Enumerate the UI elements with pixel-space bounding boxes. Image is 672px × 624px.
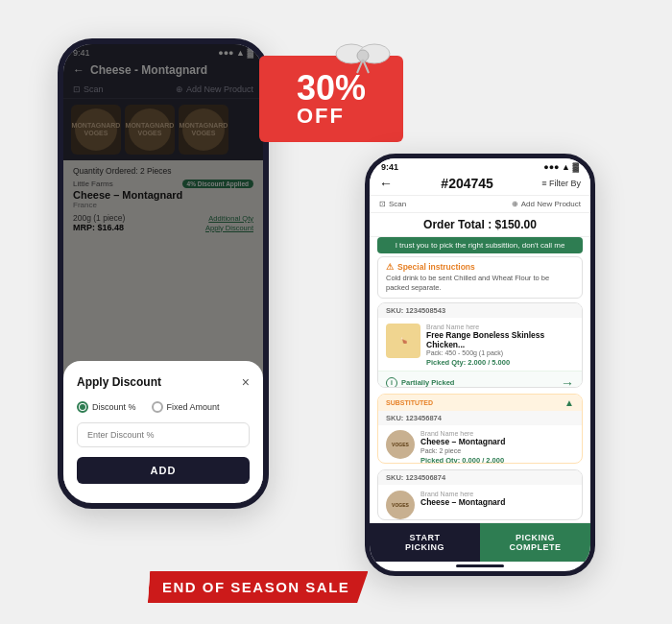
- apply-discount-modal-overlay: Apply Discount × Discount % Fixed Amount…: [63, 44, 263, 503]
- start-picking-button[interactable]: STARTPICKING: [370, 523, 480, 562]
- discount-percent-option[interactable]: Discount %: [77, 401, 136, 413]
- left-phone: 9:41 ●●● ▲ ▓ ← Cheese - Montagnard ⊡ Sca…: [58, 38, 269, 509]
- add-discount-button[interactable]: ADD: [77, 457, 250, 484]
- order-number: #204745: [441, 176, 493, 191]
- apply-discount-modal: Apply Discount × Discount % Fixed Amount…: [63, 361, 263, 503]
- substituted-header: Substituted ▲: [378, 395, 582, 411]
- order-total-bar: Order Total : $150.00: [370, 213, 590, 237]
- si-text: Cold drink to be sent Chilled and Wheat …: [386, 274, 574, 293]
- modal-title: Apply Discount: [77, 375, 161, 389]
- radio-group: Discount % Fixed Amount: [77, 401, 250, 413]
- main-product-sku: SKU: 1234508543: [378, 303, 582, 318]
- discount-input[interactable]: [77, 422, 250, 447]
- right-phone-status-bar: 9:41 ●●● ▲ ▓: [370, 158, 590, 174]
- end-season-text: END OF SEASON SALE: [162, 579, 349, 595]
- sub-brand-name: Brand Name here: [420, 430, 574, 437]
- discount-percent-radio[interactable]: [77, 401, 88, 413]
- main-product-details: Brand Name here Free Range Boneless Skin…: [426, 324, 574, 367]
- back-arrow-right[interactable]: ←: [379, 176, 393, 191]
- order-total-text: Order Total : $150.00: [423, 218, 537, 231]
- home-indicator-right: [456, 564, 504, 567]
- substituted-sku: SKU: 123456874: [378, 411, 582, 425]
- sub-picked-qty: Picked Qty: 0.000 / 2.000: [420, 456, 574, 465]
- scan-icon-right: ⊡: [379, 200, 386, 208]
- trust-note: I trust you to pick the right subsittion…: [377, 237, 583, 253]
- end-season-sale-banner: END OF SEASON SALE: [148, 571, 369, 603]
- sub-pack-info: Pack: 2 piece: [420, 447, 574, 454]
- main-product-body: 🍗 Brand Name here Free Range Boneless Sk…: [378, 318, 582, 371]
- ribbon-bow-icon: [334, 38, 392, 77]
- sub-product-thumb: VOGES: [386, 430, 415, 459]
- substituted-card: Substituted ▲ SKU: 123456874 VOGES Brand…: [377, 394, 583, 464]
- time-right: 9:41: [381, 162, 398, 172]
- info-icon: i: [386, 377, 397, 388]
- discount-percent-label: Discount %: [92, 402, 136, 412]
- fixed-amount-radio[interactable]: [152, 401, 163, 413]
- modal-header: Apply Discount ×: [77, 374, 250, 390]
- main-product-name: Free Range Boneless Skinless Chicken...: [426, 330, 574, 349]
- si-label: Special instructions: [397, 262, 475, 272]
- bottom-actions: STARTPICKING PICKINGCOMPLETE: [370, 522, 590, 562]
- special-instructions: ⚠ Special instructions Cold drink to be …: [377, 256, 583, 299]
- main-product-card: SKU: 1234508543 🍗 Brand Name here Free R…: [377, 302, 583, 389]
- add-product-btn-right[interactable]: ⊕ Add New Product: [512, 200, 581, 208]
- main-picked-qty: Picked Qty: 2.000 / 5.000: [426, 358, 574, 367]
- warning-icon: ⚠: [386, 262, 394, 272]
- main-brand-name: Brand Name here: [426, 324, 574, 330]
- picking-complete-button[interactable]: PICKINGCOMPLETE: [480, 523, 590, 562]
- main-pack-info: Pack: 450 - 500g (1 pack): [426, 349, 574, 356]
- second-sku-body: VOGES Brand Name here Cheese – Montagnar…: [378, 485, 582, 520]
- right-phone-nav: ← #204745 ≡ Filter By: [370, 174, 590, 196]
- second-sku-name: Cheese – Montagnard: [420, 497, 574, 507]
- partial-pick-arrow-icon[interactable]: →: [561, 375, 574, 388]
- battery-right: ●●● ▲ ▓: [543, 162, 579, 172]
- scroll-content: SKU: 1234508543 🍗 Brand Name here Free R…: [370, 302, 590, 523]
- main-product-thumb: 🍗: [386, 324, 420, 358]
- second-sku-card: SKU: 1234506874 VOGES Brand Name here Ch…: [377, 469, 583, 520]
- second-sku-thumb: VOGES: [386, 491, 415, 519]
- scan-btn-right[interactable]: ⊡ Scan: [379, 200, 406, 208]
- filter-by-button[interactable]: ≡ Filter By: [541, 179, 581, 188]
- right-phone: 9:41 ●●● ▲ ▓ ← #204745 ≡ Filter By ⊡ Sca…: [365, 154, 595, 576]
- plus-icon-right: ⊕: [512, 200, 518, 208]
- right-action-bar: ⊡ Scan ⊕ Add New Product: [370, 196, 590, 213]
- modal-close-button[interactable]: ×: [242, 374, 250, 390]
- fixed-amount-label: Fixed Amount: [167, 402, 220, 412]
- partial-pick-label: Partially Picked: [401, 378, 454, 387]
- chevron-up-icon[interactable]: ▲: [564, 397, 574, 408]
- sub-product-name: Cheese – Montagnard: [420, 437, 574, 446]
- fixed-amount-option[interactable]: Fixed Amount: [152, 401, 220, 413]
- substituted-label: Substituted: [386, 399, 433, 406]
- sale-off: OFF: [297, 106, 345, 127]
- substituted-body: VOGES Brand Name here Cheese – Montagnar…: [378, 425, 582, 464]
- second-sku-label: SKU: 1234506874: [378, 470, 582, 485]
- second-sku-brand: Brand Name here: [420, 491, 574, 497]
- sale-badge-30: 30% OFF: [259, 56, 403, 142]
- partial-pick-row: i Partially Picked →: [378, 371, 582, 388]
